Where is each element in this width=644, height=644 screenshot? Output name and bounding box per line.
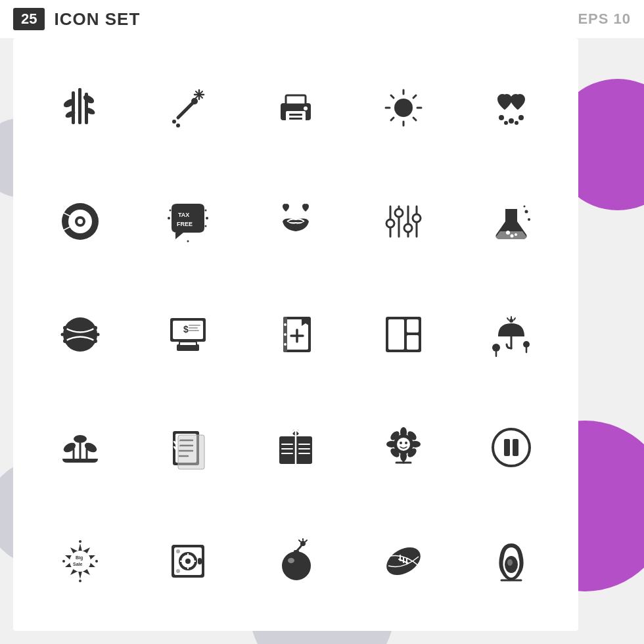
- svg-rect-92: [388, 319, 404, 350]
- icon-tax-free: TAX FREE: [134, 164, 242, 277]
- svg-point-24: [304, 106, 308, 110]
- icon-big-sale: Big Sale: [26, 505, 134, 618]
- svg-point-71: [93, 326, 97, 330]
- svg-point-72: [93, 339, 97, 343]
- svg-rect-162: [198, 558, 202, 564]
- svg-point-89: [284, 333, 287, 336]
- icon-layout: [350, 278, 457, 391]
- svg-point-70: [63, 339, 67, 343]
- svg-point-69: [63, 326, 67, 330]
- svg-point-67: [524, 205, 526, 207]
- svg-point-140: [400, 442, 402, 444]
- svg-point-51: [205, 225, 207, 227]
- svg-rect-21: [286, 111, 306, 123]
- svg-point-129: [400, 427, 407, 438]
- icon-printer: [242, 51, 350, 164]
- svg-text:TAX: TAX: [178, 212, 189, 218]
- header-eps: EPS 10: [578, 11, 631, 28]
- svg-rect-0: [72, 91, 75, 124]
- svg-point-62: [506, 231, 510, 235]
- svg-point-74: [97, 333, 100, 336]
- svg-point-65: [525, 210, 528, 213]
- main-card: TAX FREE: [13, 38, 578, 631]
- svg-rect-171: [294, 550, 299, 553]
- icon-book-export: [242, 391, 350, 504]
- svg-point-163: [176, 549, 180, 553]
- svg-point-166: [300, 541, 306, 546]
- icon-trophy-flower: [350, 391, 457, 504]
- icon-avocado: [457, 505, 565, 618]
- svg-point-132: [410, 441, 421, 448]
- svg-point-90: [284, 343, 287, 346]
- svg-rect-23: [289, 118, 302, 120]
- svg-rect-81: [189, 327, 198, 329]
- icon-football: [350, 505, 457, 618]
- icon-computer-dollar: $: [134, 278, 242, 391]
- svg-point-109: [83, 441, 98, 454]
- svg-point-170: [288, 558, 294, 563]
- icon-lips-hearts: [242, 164, 350, 277]
- svg-point-157: [185, 559, 191, 564]
- icon-grid: TAX FREE: [13, 38, 578, 631]
- svg-rect-93: [407, 319, 419, 333]
- svg-point-38: [515, 121, 518, 125]
- svg-point-146: [70, 551, 91, 572]
- svg-point-96: [492, 344, 500, 352]
- svg-text:$: $: [183, 324, 189, 334]
- icon-flask: [457, 164, 565, 277]
- icon-safe: [134, 505, 242, 618]
- svg-text:Big: Big: [76, 555, 83, 561]
- svg-point-58: [395, 209, 403, 217]
- svg-point-57: [386, 219, 394, 227]
- svg-point-35: [509, 118, 514, 124]
- svg-text:Sale: Sale: [73, 562, 83, 566]
- svg-line-169: [299, 540, 300, 541]
- svg-rect-20: [286, 95, 306, 104]
- svg-rect-143: [504, 439, 510, 456]
- svg-point-68: [63, 317, 97, 352]
- svg-line-7: [178, 101, 195, 118]
- svg-point-164: [176, 569, 180, 573]
- svg-rect-78: [179, 342, 196, 346]
- svg-rect-22: [289, 114, 302, 116]
- svg-line-33: [391, 118, 394, 120]
- icon-bamboo: [26, 51, 134, 164]
- svg-point-4: [82, 93, 96, 105]
- svg-point-108: [74, 435, 87, 443]
- svg-point-8: [191, 98, 198, 104]
- svg-point-107: [62, 441, 77, 454]
- svg-point-34: [499, 115, 504, 120]
- svg-rect-82: [189, 330, 199, 331]
- icon-pills-hearts: [457, 51, 565, 164]
- svg-point-37: [504, 121, 508, 125]
- svg-point-48: [170, 209, 172, 211]
- svg-point-63: [515, 233, 517, 236]
- svg-line-30: [391, 95, 394, 98]
- svg-point-25: [394, 99, 413, 117]
- svg-point-64: [511, 234, 514, 237]
- svg-point-52: [187, 240, 189, 242]
- svg-line-31: [413, 118, 416, 120]
- icon-equalizer: [350, 164, 457, 277]
- svg-line-32: [413, 95, 416, 98]
- svg-point-149: [62, 560, 65, 563]
- svg-point-141: [405, 442, 407, 444]
- svg-point-18: [176, 124, 180, 127]
- svg-point-49: [205, 209, 207, 211]
- icon-sun: [350, 51, 457, 164]
- svg-line-102: [507, 318, 509, 320]
- svg-line-168: [306, 540, 307, 541]
- svg-point-50: [206, 217, 208, 219]
- icon-umbrella-candy: [457, 278, 565, 391]
- svg-point-66: [528, 218, 530, 221]
- svg-line-103: [514, 318, 515, 320]
- icon-ball: [26, 278, 134, 391]
- svg-point-47: [168, 217, 170, 219]
- svg-point-88: [284, 323, 287, 326]
- header-title: ICON SET: [54, 9, 578, 30]
- svg-rect-80: [189, 325, 200, 326]
- svg-point-150: [95, 560, 98, 563]
- svg-rect-61: [503, 205, 520, 209]
- svg-rect-94: [407, 335, 419, 350]
- svg-rect-1: [78, 88, 81, 124]
